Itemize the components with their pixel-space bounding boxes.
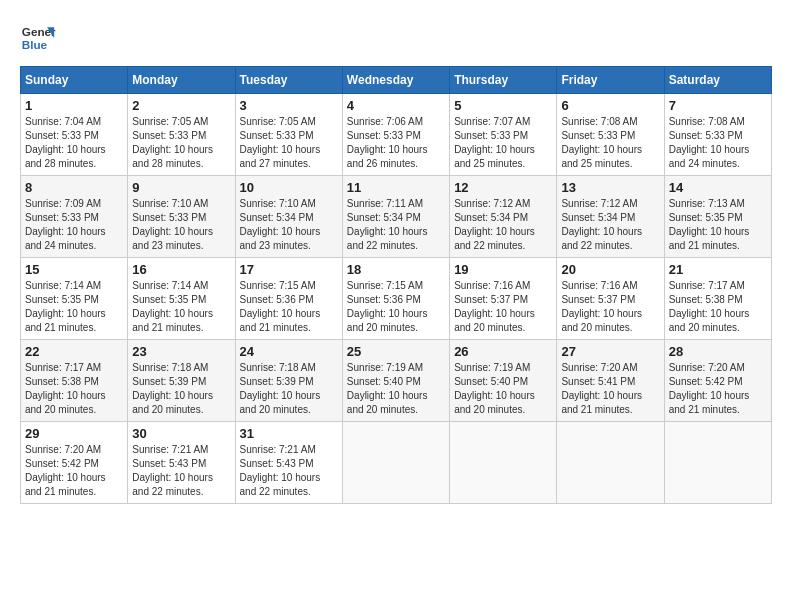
calendar-cell: 23Sunrise: 7:18 AM Sunset: 5:39 PM Dayli… [128,340,235,422]
day-number: 19 [454,262,552,277]
calendar-cell: 8Sunrise: 7:09 AM Sunset: 5:33 PM Daylig… [21,176,128,258]
day-info: Sunrise: 7:08 AM Sunset: 5:33 PM Dayligh… [669,115,767,171]
col-header-monday: Monday [128,67,235,94]
day-info: Sunrise: 7:10 AM Sunset: 5:33 PM Dayligh… [132,197,230,253]
col-header-thursday: Thursday [450,67,557,94]
calendar-week-3: 15Sunrise: 7:14 AM Sunset: 5:35 PM Dayli… [21,258,772,340]
day-number: 8 [25,180,123,195]
calendar-cell: 31Sunrise: 7:21 AM Sunset: 5:43 PM Dayli… [235,422,342,504]
day-info: Sunrise: 7:06 AM Sunset: 5:33 PM Dayligh… [347,115,445,171]
day-number: 20 [561,262,659,277]
calendar-cell [450,422,557,504]
col-header-tuesday: Tuesday [235,67,342,94]
day-number: 7 [669,98,767,113]
col-header-sunday: Sunday [21,67,128,94]
calendar-cell: 27Sunrise: 7:20 AM Sunset: 5:41 PM Dayli… [557,340,664,422]
day-number: 22 [25,344,123,359]
calendar-cell: 26Sunrise: 7:19 AM Sunset: 5:40 PM Dayli… [450,340,557,422]
day-number: 12 [454,180,552,195]
day-info: Sunrise: 7:04 AM Sunset: 5:33 PM Dayligh… [25,115,123,171]
calendar-cell: 10Sunrise: 7:10 AM Sunset: 5:34 PM Dayli… [235,176,342,258]
page-header: General Blue [20,20,772,56]
day-number: 6 [561,98,659,113]
day-info: Sunrise: 7:12 AM Sunset: 5:34 PM Dayligh… [454,197,552,253]
calendar-cell: 3Sunrise: 7:05 AM Sunset: 5:33 PM Daylig… [235,94,342,176]
calendar-cell: 9Sunrise: 7:10 AM Sunset: 5:33 PM Daylig… [128,176,235,258]
day-info: Sunrise: 7:08 AM Sunset: 5:33 PM Dayligh… [561,115,659,171]
calendar-cell: 19Sunrise: 7:16 AM Sunset: 5:37 PM Dayli… [450,258,557,340]
calendar-cell [557,422,664,504]
day-number: 4 [347,98,445,113]
calendar-cell: 6Sunrise: 7:08 AM Sunset: 5:33 PM Daylig… [557,94,664,176]
day-number: 18 [347,262,445,277]
day-number: 3 [240,98,338,113]
calendar-cell: 13Sunrise: 7:12 AM Sunset: 5:34 PM Dayli… [557,176,664,258]
day-info: Sunrise: 7:17 AM Sunset: 5:38 PM Dayligh… [669,279,767,335]
day-info: Sunrise: 7:16 AM Sunset: 5:37 PM Dayligh… [561,279,659,335]
day-number: 2 [132,98,230,113]
calendar-cell: 7Sunrise: 7:08 AM Sunset: 5:33 PM Daylig… [664,94,771,176]
col-header-wednesday: Wednesday [342,67,449,94]
day-info: Sunrise: 7:20 AM Sunset: 5:41 PM Dayligh… [561,361,659,417]
day-number: 28 [669,344,767,359]
day-number: 24 [240,344,338,359]
day-number: 23 [132,344,230,359]
calendar-table: SundayMondayTuesdayWednesdayThursdayFrid… [20,66,772,504]
calendar-week-4: 22Sunrise: 7:17 AM Sunset: 5:38 PM Dayli… [21,340,772,422]
day-info: Sunrise: 7:15 AM Sunset: 5:36 PM Dayligh… [347,279,445,335]
day-number: 9 [132,180,230,195]
day-info: Sunrise: 7:10 AM Sunset: 5:34 PM Dayligh… [240,197,338,253]
logo-icon: General Blue [20,20,56,56]
day-number: 26 [454,344,552,359]
day-number: 25 [347,344,445,359]
day-info: Sunrise: 7:13 AM Sunset: 5:35 PM Dayligh… [669,197,767,253]
calendar-week-1: 1Sunrise: 7:04 AM Sunset: 5:33 PM Daylig… [21,94,772,176]
day-info: Sunrise: 7:07 AM Sunset: 5:33 PM Dayligh… [454,115,552,171]
calendar-cell: 25Sunrise: 7:19 AM Sunset: 5:40 PM Dayli… [342,340,449,422]
day-number: 5 [454,98,552,113]
calendar-cell: 17Sunrise: 7:15 AM Sunset: 5:36 PM Dayli… [235,258,342,340]
day-info: Sunrise: 7:20 AM Sunset: 5:42 PM Dayligh… [25,443,123,499]
calendar-cell: 16Sunrise: 7:14 AM Sunset: 5:35 PM Dayli… [128,258,235,340]
calendar-cell: 24Sunrise: 7:18 AM Sunset: 5:39 PM Dayli… [235,340,342,422]
day-info: Sunrise: 7:05 AM Sunset: 5:33 PM Dayligh… [240,115,338,171]
day-info: Sunrise: 7:14 AM Sunset: 5:35 PM Dayligh… [25,279,123,335]
day-info: Sunrise: 7:21 AM Sunset: 5:43 PM Dayligh… [240,443,338,499]
day-info: Sunrise: 7:09 AM Sunset: 5:33 PM Dayligh… [25,197,123,253]
day-number: 16 [132,262,230,277]
day-info: Sunrise: 7:05 AM Sunset: 5:33 PM Dayligh… [132,115,230,171]
day-number: 11 [347,180,445,195]
calendar-cell: 14Sunrise: 7:13 AM Sunset: 5:35 PM Dayli… [664,176,771,258]
day-info: Sunrise: 7:21 AM Sunset: 5:43 PM Dayligh… [132,443,230,499]
day-number: 10 [240,180,338,195]
day-info: Sunrise: 7:19 AM Sunset: 5:40 PM Dayligh… [347,361,445,417]
calendar-cell: 20Sunrise: 7:16 AM Sunset: 5:37 PM Dayli… [557,258,664,340]
day-info: Sunrise: 7:15 AM Sunset: 5:36 PM Dayligh… [240,279,338,335]
col-header-saturday: Saturday [664,67,771,94]
day-number: 27 [561,344,659,359]
calendar-cell: 5Sunrise: 7:07 AM Sunset: 5:33 PM Daylig… [450,94,557,176]
day-info: Sunrise: 7:14 AM Sunset: 5:35 PM Dayligh… [132,279,230,335]
day-number: 31 [240,426,338,441]
calendar-cell: 29Sunrise: 7:20 AM Sunset: 5:42 PM Dayli… [21,422,128,504]
day-info: Sunrise: 7:11 AM Sunset: 5:34 PM Dayligh… [347,197,445,253]
calendar-cell: 1Sunrise: 7:04 AM Sunset: 5:33 PM Daylig… [21,94,128,176]
day-number: 14 [669,180,767,195]
logo: General Blue [20,20,56,56]
calendar-cell: 18Sunrise: 7:15 AM Sunset: 5:36 PM Dayli… [342,258,449,340]
calendar-cell: 21Sunrise: 7:17 AM Sunset: 5:38 PM Dayli… [664,258,771,340]
day-number: 1 [25,98,123,113]
calendar-cell: 30Sunrise: 7:21 AM Sunset: 5:43 PM Dayli… [128,422,235,504]
calendar-week-2: 8Sunrise: 7:09 AM Sunset: 5:33 PM Daylig… [21,176,772,258]
day-info: Sunrise: 7:12 AM Sunset: 5:34 PM Dayligh… [561,197,659,253]
calendar-cell [342,422,449,504]
calendar-body: 1Sunrise: 7:04 AM Sunset: 5:33 PM Daylig… [21,94,772,504]
calendar-cell: 28Sunrise: 7:20 AM Sunset: 5:42 PM Dayli… [664,340,771,422]
calendar-cell: 12Sunrise: 7:12 AM Sunset: 5:34 PM Dayli… [450,176,557,258]
calendar-cell: 2Sunrise: 7:05 AM Sunset: 5:33 PM Daylig… [128,94,235,176]
calendar-cell: 11Sunrise: 7:11 AM Sunset: 5:34 PM Dayli… [342,176,449,258]
calendar-cell: 22Sunrise: 7:17 AM Sunset: 5:38 PM Dayli… [21,340,128,422]
calendar-cell [664,422,771,504]
day-number: 21 [669,262,767,277]
calendar-header-row: SundayMondayTuesdayWednesdayThursdayFrid… [21,67,772,94]
